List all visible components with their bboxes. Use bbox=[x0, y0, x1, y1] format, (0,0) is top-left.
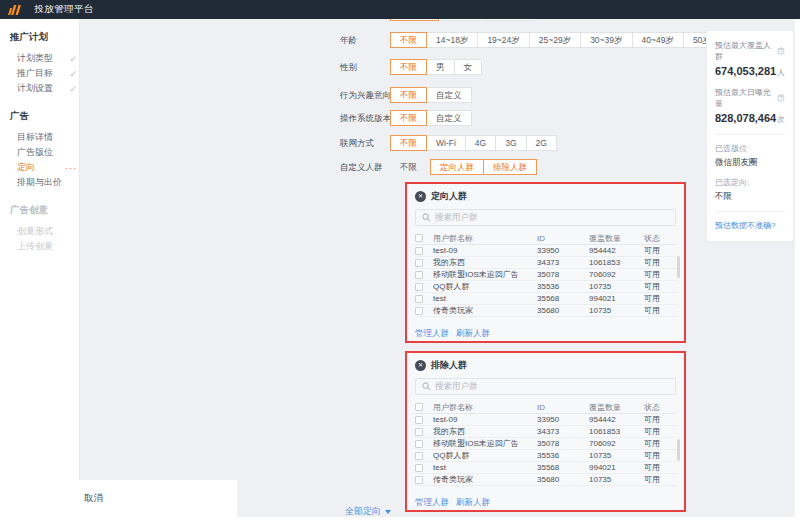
option-button[interactable]: 14~18岁 bbox=[426, 32, 478, 48]
info-icon[interactable]: ? bbox=[778, 48, 785, 55]
sidebar-group-items: 目标详情广告版位定向···排期与出价 bbox=[10, 130, 79, 190]
sidebar-item[interactable]: 排期与出价 bbox=[17, 175, 77, 190]
option-button[interactable]: 定向人群 bbox=[430, 159, 484, 175]
option-button[interactable]: 不限 bbox=[390, 59, 427, 75]
select-all-checkbox[interactable] bbox=[415, 403, 423, 411]
sidebar-item[interactable]: 定向··· bbox=[17, 160, 77, 175]
option-button[interactable]: 不限 bbox=[390, 32, 427, 48]
audience-table: 用户群名称 ID 覆盖数量 状态 test-0933950954442可用我的东… bbox=[415, 401, 676, 486]
table-cell: 35680 bbox=[537, 306, 589, 315]
table-row: QQ群人群3553610735可用 bbox=[415, 281, 676, 293]
panel-action-link[interactable]: 管理人群 bbox=[415, 497, 449, 507]
option-button[interactable]: 不限 bbox=[390, 87, 427, 103]
all-targeting-link[interactable]: 全部定向 bbox=[345, 505, 391, 518]
column-header: 覆盖数量 bbox=[589, 233, 644, 244]
scrollbar-thumb[interactable] bbox=[677, 439, 680, 461]
table-row: 我的东西343731061853可用 bbox=[415, 426, 676, 438]
form-row-label: 操作系统版本? bbox=[340, 110, 391, 126]
column-header: 状态 bbox=[644, 402, 676, 413]
option-button[interactable]: 30~39岁 bbox=[580, 32, 632, 48]
option-button[interactable]: 女 bbox=[454, 59, 483, 75]
remove-circle-icon[interactable]: ✕ bbox=[415, 360, 426, 371]
sidebar-item[interactable]: 计划类型✓ bbox=[17, 51, 77, 66]
option-button[interactable]: 不限 bbox=[390, 135, 427, 151]
option-button[interactable]: 不限 bbox=[390, 110, 427, 126]
info-icon[interactable]: ? bbox=[778, 95, 785, 102]
row-checkbox[interactable] bbox=[415, 247, 423, 255]
row-checkbox[interactable] bbox=[415, 440, 423, 448]
option-button[interactable]: 2G bbox=[526, 135, 557, 151]
search-input[interactable]: 搜索用户群 bbox=[415, 378, 676, 395]
app-logo-icon bbox=[8, 5, 24, 15]
table-cell: 994021 bbox=[589, 294, 644, 303]
sidebar-group: 推广计划 计划类型✓推广目标✓计划设置✓ bbox=[10, 31, 79, 96]
panel-action-link[interactable]: 刷新人群 bbox=[456, 497, 490, 507]
sidebar-item[interactable]: 目标详情 bbox=[17, 130, 77, 145]
footer-bar: 取消 bbox=[0, 480, 237, 526]
form-row-label-text: 联网方式 bbox=[340, 138, 374, 148]
more-icon[interactable]: ··· bbox=[65, 163, 77, 173]
option-button[interactable]: 排除人群 bbox=[483, 159, 537, 175]
table-cell: 移动联盟IOS未追回广告 bbox=[433, 269, 537, 280]
remove-circle-icon[interactable]: ✕ bbox=[415, 191, 426, 202]
panel-action-link[interactable]: 管理人群 bbox=[415, 328, 449, 338]
form-row-label: 自定义人群? bbox=[340, 159, 383, 175]
estimate-help-link[interactable]: 预估数据不准确? bbox=[715, 220, 785, 231]
sidebar-group-items: 创意形式上传创意 bbox=[10, 224, 79, 254]
table-row: 传奇类玩家3568010735可用 bbox=[415, 305, 676, 317]
scrollbar-thumb[interactable] bbox=[677, 256, 680, 278]
option-button[interactable]: 25~29岁 bbox=[529, 32, 581, 48]
form-row-label: 年龄? bbox=[340, 32, 357, 48]
search-input[interactable]: 搜索用户群 bbox=[415, 209, 676, 226]
row-checkbox[interactable] bbox=[415, 464, 423, 472]
option-button[interactable]: 自定义 bbox=[426, 87, 472, 103]
table-cell: 33950 bbox=[537, 246, 589, 255]
row-checkbox[interactable] bbox=[415, 428, 423, 436]
row-checkbox[interactable] bbox=[415, 271, 423, 279]
table-cell: 994021 bbox=[589, 463, 644, 472]
table-cell: 可用 bbox=[644, 305, 676, 316]
option-button[interactable]: 3G bbox=[495, 135, 526, 151]
table-cell: 10735 bbox=[589, 451, 644, 460]
table-row: 移动联盟IOS未追回广告35078706092可用 bbox=[415, 269, 676, 281]
sidebar-item[interactable]: 广告版位 bbox=[17, 145, 77, 160]
row-checkbox[interactable] bbox=[415, 283, 423, 291]
table-row: test35568994021可用 bbox=[415, 462, 676, 474]
table-cell: 35078 bbox=[537, 270, 589, 279]
panel-action-link[interactable]: 刷新人群 bbox=[456, 328, 490, 338]
sidebar-item[interactable]: 推广目标✓ bbox=[17, 66, 77, 81]
form-row-label-text: 操作系统版本 bbox=[340, 113, 391, 123]
option-group: 不限男女 bbox=[390, 59, 482, 75]
option-button[interactable]: 不限 bbox=[390, 159, 427, 175]
sidebar-item-label: 推广目标 bbox=[17, 67, 53, 80]
sidebar-group: 广告创意 创意形式上传创意 bbox=[10, 204, 79, 254]
table-cell: 可用 bbox=[644, 450, 676, 461]
option-group: 不限Wi-Fi4G3G2G bbox=[390, 135, 557, 151]
option-button[interactable]: Wi-Fi bbox=[426, 135, 466, 151]
metric-label-text: 预估最大日曝光量 bbox=[715, 87, 776, 109]
cancel-button[interactable]: 取消 bbox=[84, 492, 103, 505]
row-checkbox[interactable] bbox=[415, 416, 423, 424]
panel-title: 排除人群 bbox=[431, 359, 467, 372]
row-checkbox[interactable] bbox=[415, 259, 423, 267]
table-cell: 10735 bbox=[589, 282, 644, 291]
row-checkbox[interactable] bbox=[415, 476, 423, 484]
option-button[interactable]: 男 bbox=[426, 59, 455, 75]
table-cell: test-09 bbox=[433, 415, 537, 424]
row-checkbox[interactable] bbox=[415, 307, 423, 315]
row-checkbox[interactable] bbox=[415, 452, 423, 460]
option-button[interactable]: 自定义 bbox=[426, 110, 472, 126]
option-button[interactable]: 4G bbox=[465, 135, 496, 151]
option-button[interactable]: 40~49岁 bbox=[632, 32, 684, 48]
table-cell: 可用 bbox=[644, 462, 676, 473]
select-all-checkbox[interactable] bbox=[415, 234, 423, 242]
table-cell: 35078 bbox=[537, 439, 589, 448]
search-placeholder: 搜索用户群 bbox=[435, 212, 478, 224]
check-icon: ✓ bbox=[69, 69, 77, 79]
option-button[interactable]: 19~24岁 bbox=[477, 32, 529, 48]
row-checkbox[interactable] bbox=[415, 295, 423, 303]
sidebar-item[interactable]: 计划设置✓ bbox=[17, 81, 77, 96]
check-icon: ✓ bbox=[69, 54, 77, 64]
sidebar-item: 上传创意 bbox=[17, 239, 77, 254]
option-group: 不限自定义 bbox=[390, 87, 472, 103]
